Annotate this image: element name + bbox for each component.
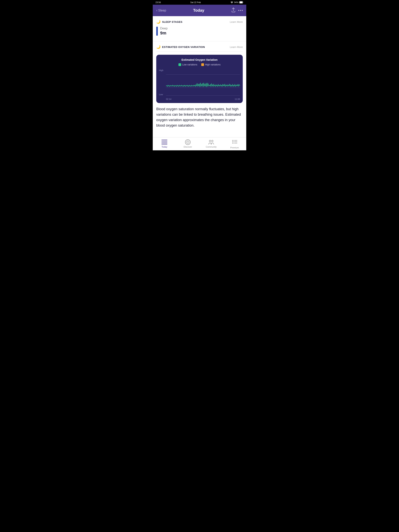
header-title: Today <box>193 8 204 13</box>
legend-low: Low variations <box>179 63 197 66</box>
nav-item-community[interactable]: Community <box>200 139 223 148</box>
legend-low-label: Low variations <box>182 63 197 66</box>
legend-high-color <box>201 63 204 66</box>
svg-point-6 <box>209 140 211 142</box>
chart-time-labels: 02:14 11:08 <box>166 98 240 100</box>
svg-point-15 <box>236 141 237 142</box>
status-date: Sat 22 Feb <box>190 1 201 4</box>
legend-high-label: High variations <box>205 63 220 66</box>
premium-icon <box>232 139 238 146</box>
legend-high: High variations <box>201 63 220 66</box>
chart-area: High Low <box>159 69 240 100</box>
waveform-svg <box>166 69 240 95</box>
svg-point-14 <box>235 141 236 142</box>
nav-label-premium: Premium <box>230 146 239 149</box>
discover-icon <box>185 139 191 145</box>
svg-point-13 <box>234 141 234 142</box>
oxygen-section-title: ESTIMATED OXYGEN VARIATION <box>162 45 205 49</box>
nav-label-today: Today <box>161 146 167 148</box>
chart-time-end: 11:08 <box>235 98 240 100</box>
nav-item-today[interactable]: Today <box>153 139 176 148</box>
share-icon[interactable] <box>231 7 236 13</box>
sleep-type: Deep <box>160 27 167 30</box>
sleep-stages-learn-more[interactable]: Learn More <box>230 20 243 23</box>
svg-point-18 <box>235 143 236 144</box>
sleep-stages-section: 🌙 SLEEP STAGES Learn More Deep 9m <box>153 16 246 41</box>
oxygen-learn-more[interactable]: Learn More <box>230 45 243 49</box>
chart-y-high: High <box>159 69 163 71</box>
chart-legend: Low variations High variations <box>159 63 240 66</box>
back-chevron-icon: ‹ <box>156 8 157 13</box>
svg-point-0 <box>232 3 232 4</box>
chart-y-low: Low <box>159 93 163 96</box>
bottom-nav: Today Discover <box>153 137 246 150</box>
chart-plot <box>166 69 240 96</box>
header-actions <box>231 7 243 13</box>
community-icon <box>208 139 214 145</box>
oxygen-description: Blood oxygen saturation normally fluctua… <box>156 107 243 134</box>
svg-point-11 <box>236 140 237 141</box>
chart-time-start: 02:14 <box>166 98 171 100</box>
battery-icon <box>239 1 244 4</box>
app-header: ‹ Sleep Today <box>153 5 246 16</box>
svg-marker-5 <box>187 142 188 143</box>
chart-title: Estimated Oxygen Variation <box>159 58 240 61</box>
svg-point-10 <box>235 140 236 141</box>
oxygen-chart: Estimated Oxygen Variation Low variation… <box>156 55 243 103</box>
svg-marker-4 <box>187 141 188 142</box>
deep-sleep-bar <box>156 27 158 36</box>
today-icon <box>162 139 167 145</box>
svg-point-8 <box>232 140 233 141</box>
oxygen-sleep-icon: 🌙 <box>156 45 161 49</box>
sleep-duration: 9m <box>160 31 167 36</box>
svg-rect-2 <box>239 1 243 3</box>
nav-item-discover[interactable]: Discover <box>176 139 200 148</box>
svg-point-7 <box>212 140 213 142</box>
svg-point-12 <box>232 141 233 142</box>
wifi-icon <box>230 1 233 4</box>
back-button[interactable]: ‹ Sleep <box>156 8 166 13</box>
sleep-icon: 🌙 <box>156 20 161 24</box>
back-label: Sleep <box>158 9 166 12</box>
more-options-icon[interactable] <box>238 10 243 11</box>
battery-percentage: 94% <box>234 1 238 4</box>
nav-item-premium[interactable]: Premium <box>223 139 246 149</box>
svg-point-9 <box>234 140 234 141</box>
chart-y-labels: High Low <box>159 69 163 100</box>
svg-point-19 <box>236 143 237 144</box>
sleep-entry: Deep 9m <box>156 27 243 36</box>
svg-point-16 <box>232 143 233 144</box>
status-time: 23:56 <box>155 1 161 4</box>
nav-label-discover: Discover <box>184 146 192 148</box>
oxygen-variation-section: 🌙 ESTIMATED OXYGEN VARIATION Learn More … <box>153 41 246 137</box>
svg-point-17 <box>234 143 234 144</box>
sleep-stages-title: SLEEP STAGES <box>162 20 183 23</box>
status-bar: 23:56 Sat 22 Feb 94% <box>153 0 246 5</box>
nav-label-community: Community <box>206 146 217 148</box>
legend-low-color <box>179 63 181 66</box>
